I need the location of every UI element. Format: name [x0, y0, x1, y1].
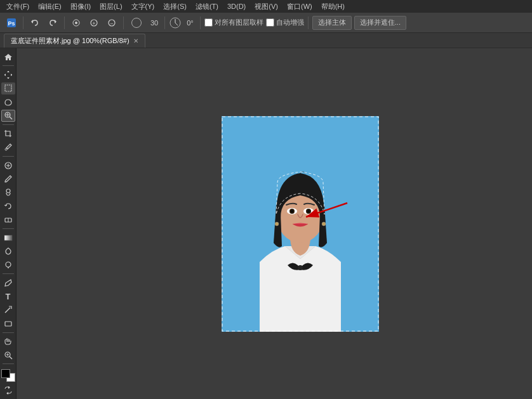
tool-separator-7: [3, 363, 14, 364]
brush-add-button[interactable]: +: [86, 15, 102, 30]
toolbar-separator-5: [200, 16, 201, 29]
tab-close-button[interactable]: ✕: [133, 37, 138, 44]
svg-point-41: [322, 222, 326, 226]
tools-panel: T: [0, 48, 17, 399]
svg-text:−: −: [110, 20, 113, 27]
menu-bar: 文件(F) 编辑(E) 图像(I) 图层(L) 文字(Y) 选择(S) 滤镜(T…: [0, 0, 532, 13]
tool-separator-5: [3, 273, 14, 274]
foreground-color-swatch[interactable]: [1, 369, 10, 378]
pen-tool-button[interactable]: [1, 277, 15, 289]
photo-image: [222, 116, 379, 332]
eraser-tool-button[interactable]: [1, 214, 15, 226]
menu-3d[interactable]: 3D(D): [223, 1, 249, 11]
tool-separator-3: [3, 156, 14, 157]
path-select-tool-button[interactable]: [1, 304, 15, 316]
tool-separator-1: [3, 65, 14, 66]
brush-tool-button[interactable]: [1, 173, 15, 185]
gradient-tool-button[interactable]: [1, 232, 15, 244]
tool-separator-2: [3, 124, 14, 125]
svg-point-20: [6, 189, 10, 193]
svg-line-13: [10, 117, 12, 119]
redo-button[interactable]: [45, 15, 60, 30]
angle-value: 0°: [184, 19, 196, 27]
menu-view[interactable]: 视图(V): [251, 1, 282, 13]
photo-container: [222, 116, 379, 332]
auto-enhance-checkbox[interactable]: 自动增强: [266, 18, 304, 27]
svg-rect-11: [5, 85, 11, 91]
svg-rect-23: [4, 235, 12, 240]
svg-text:Ps: Ps: [8, 20, 15, 27]
svg-rect-26: [5, 322, 11, 326]
menu-text[interactable]: 文字(Y): [128, 1, 159, 13]
lasso-tool-button[interactable]: [1, 96, 15, 108]
svg-line-10: [175, 23, 178, 25]
text-tool-button[interactable]: T: [1, 290, 15, 302]
brush-preset-button[interactable]: [69, 15, 84, 30]
tab-bar: 蓝底证件照素材.jpg @ 100%(RGB/8#) ✕: [0, 33, 532, 48]
svg-point-3: [75, 22, 77, 24]
svg-point-40: [275, 222, 279, 226]
brush-size-value: 30: [148, 19, 161, 27]
svg-point-39: [307, 210, 310, 213]
rect-select-tool-button[interactable]: [1, 82, 15, 95]
angle-icon: [169, 16, 182, 29]
document-tab[interactable]: 蓝底证件照素材.jpg @ 100%(RGB/8#) ✕: [4, 34, 145, 48]
move-tool-button[interactable]: [1, 69, 15, 81]
shape-tool-button[interactable]: [1, 317, 15, 329]
menu-help[interactable]: 帮助(H): [317, 1, 349, 13]
toolbar-separator-4: [164, 16, 165, 29]
blur-tool-button[interactable]: [1, 245, 15, 257]
hand-tool-button[interactable]: [1, 336, 15, 348]
menu-filter[interactable]: 滤镜(T): [192, 1, 222, 13]
menu-image[interactable]: 图像(I): [67, 1, 95, 13]
svg-point-16: [5, 148, 7, 150]
stamp-tool-button[interactable]: [1, 186, 15, 199]
tool-separator-6: [3, 332, 14, 333]
svg-point-32: [298, 265, 303, 270]
svg-point-36: [291, 210, 293, 213]
crop-tool-button[interactable]: [1, 128, 15, 140]
eyedropper-tool-button[interactable]: [1, 141, 15, 154]
switch-colors-button[interactable]: [1, 384, 15, 396]
menu-layer[interactable]: 图层(L): [96, 1, 126, 13]
select-and-mask-button[interactable]: 选择并遮住...: [354, 16, 406, 30]
menu-file[interactable]: 文件(F): [3, 1, 33, 13]
home-tool-button[interactable]: [1, 51, 15, 63]
toolbar-separator-2: [64, 16, 65, 29]
heal-tool-button[interactable]: [1, 159, 15, 171]
menu-window[interactable]: 窗口(W): [283, 1, 316, 13]
toolbar-separator-3: [123, 16, 124, 29]
svg-point-24: [6, 262, 11, 267]
menu-select[interactable]: 选择(S): [159, 1, 190, 13]
brush-size-indicator: [128, 14, 145, 32]
undo-button[interactable]: [27, 15, 43, 30]
brush-subtract-button[interactable]: −: [104, 15, 119, 30]
tab-label: 蓝底证件照素材.jpg @ 100%(RGB/8#): [11, 36, 130, 46]
tool-separator-4: [3, 228, 14, 229]
dodge-tool-button[interactable]: [1, 259, 15, 271]
toolbar-separator-6: [308, 16, 309, 29]
select-subject-button[interactable]: 选择主体: [312, 16, 352, 30]
sample-all-layers-checkbox[interactable]: 对所有图层取样: [204, 18, 263, 27]
svg-text:+: +: [92, 20, 95, 27]
color-swatches[interactable]: [1, 369, 15, 381]
toolbar: Ps + − 30: [0, 13, 532, 33]
quick-select-tool-button[interactable]: [1, 110, 15, 122]
toolbar-separator-1: [23, 16, 23, 29]
zoom-tool-button[interactable]: [1, 349, 15, 361]
menu-edit[interactable]: 编辑(E): [34, 1, 65, 13]
photo-frame: [222, 116, 379, 332]
svg-line-28: [10, 356, 12, 359]
ps-home-button[interactable]: Ps: [4, 15, 19, 30]
main-area: T: [0, 48, 532, 399]
history-brush-button[interactable]: [1, 200, 15, 212]
canvas-area[interactable]: [17, 48, 532, 399]
